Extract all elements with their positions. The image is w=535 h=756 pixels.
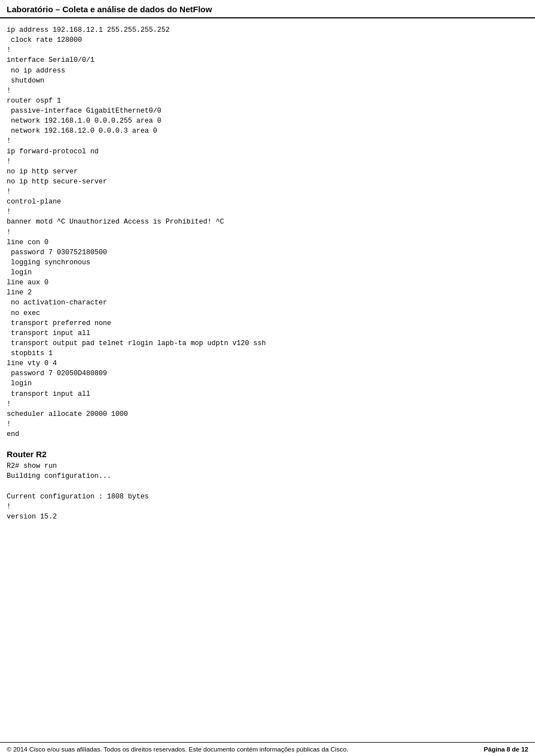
content-area: ip address 192.168.12.1 255.255.255.252 … <box>0 23 535 555</box>
router-r2-code-block: R2# show run Building configuration... C… <box>7 461 528 522</box>
page-footer: © 2014 Cisco e/ou suas afiliadas. Todos … <box>0 742 535 756</box>
page-title: Laboratório – Coleta e análise de dados … <box>7 4 528 14</box>
page-header: Laboratório – Coleta e análise de dados … <box>0 0 535 18</box>
router-r2-heading: Router R2 <box>7 449 528 459</box>
main-code-block: ip address 192.168.12.1 255.255.255.252 … <box>7 25 528 439</box>
footer-copyright: © 2014 Cisco e/ou suas afiliadas. Todos … <box>7 746 484 753</box>
footer-page-number: Página 8 de 12 <box>484 746 528 753</box>
